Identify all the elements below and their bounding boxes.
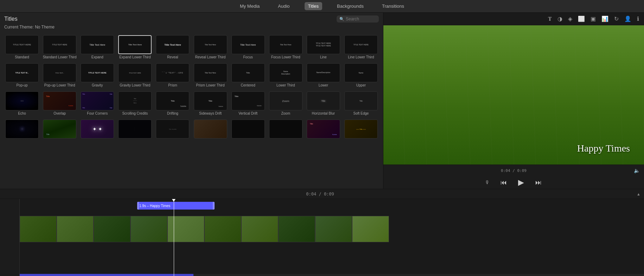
title-item-row4-0[interactable]: ✦ xyxy=(4,119,40,140)
video-progress-bar[interactable] xyxy=(20,274,644,276)
title-thumb-echo: |||||||| xyxy=(5,91,39,110)
panel-title: Titles xyxy=(4,16,18,22)
title-item-echo[interactable]: |||||||| Echo xyxy=(4,91,40,116)
title-thumb-prism-lower: Title Text Here xyxy=(194,63,227,82)
video-frame-9 xyxy=(315,216,352,242)
title-item-row4-1[interactable]: Title xyxy=(42,119,77,140)
video-strip xyxy=(20,216,644,242)
text-icon[interactable]: 𝐓 xyxy=(547,15,553,23)
mic-button[interactable]: 🎙 xyxy=(484,180,491,185)
title-item-prism-lower[interactable]: Title Text Here Prism Lower Third xyxy=(192,63,228,88)
title-item-expand[interactable]: Title Text Here Expand xyxy=(79,34,115,60)
title-item-row4-8[interactable]: Title Subtitle xyxy=(306,119,341,140)
title-item-vertical[interactable]: Title Subtitle Vertical Drift xyxy=(230,91,266,116)
volume-icon[interactable]: 🔈 xyxy=(634,168,640,173)
title-clip[interactable]: 1.9s – Happy Times xyxy=(137,202,215,210)
video-progress-fill xyxy=(20,274,193,276)
timeline-timecode: 0:04 / 0:09 xyxy=(4,192,637,197)
title-item-soft-edge[interactable]: Title Soft Edge xyxy=(343,91,379,116)
timeline-area: 0:04 / 0:09 ▲ 1.9s – Happy Times xyxy=(0,189,644,276)
title-item-standard[interactable]: TITLE TEXT HERE Standard xyxy=(4,34,40,60)
search-input[interactable] xyxy=(346,17,374,21)
title-item-row4-6[interactable] xyxy=(230,119,266,140)
title-item-reveal-lower[interactable]: Title Text Here Reveal Lower Third xyxy=(192,34,228,60)
title-label-echo: Echo xyxy=(18,111,26,115)
title-item-standard-lower[interactable]: TITLE TEXT HERE Standard Lower Third xyxy=(42,34,77,60)
title-label-gravity: Gravity xyxy=(92,83,103,87)
play-button[interactable]: ▶ xyxy=(516,177,526,188)
timeline-header: 0:04 / 0:09 ▲ xyxy=(0,189,644,199)
nav-titles[interactable]: Titles xyxy=(305,2,323,10)
panel-header: Titles 🔍 xyxy=(0,13,383,24)
title-label-zoom: Zoom xyxy=(281,111,290,115)
title-item-overlap[interactable]: Title Subtitle Overlap xyxy=(42,91,77,116)
right-panel: 𝐓 ◑ ◈ ⬜ ▣ 📊 ↻ 👤 ℹ Happy Times 0:04 / 0:0… xyxy=(383,13,644,189)
skip-back-button[interactable]: ⏮ xyxy=(498,178,509,187)
filter-icon[interactable]: ◈ xyxy=(567,15,574,23)
title-item-line[interactable]: TITLE TEXT HERETITLE TEXT HERE Line xyxy=(306,34,341,60)
crop-icon[interactable]: ⬜ xyxy=(576,15,586,23)
title-item-horizontal-blur[interactable]: Title Horizontal Blur xyxy=(306,91,341,116)
search-box[interactable]: 🔍 xyxy=(337,15,379,23)
title-item-row4-3[interactable]: · · · · ·· · · · · xyxy=(117,119,153,140)
title-item-four-corners[interactable]: Title Sub Title Sub Four Corners xyxy=(79,91,115,116)
video-icon[interactable]: ▣ xyxy=(589,15,597,23)
title-item-lower-third[interactable]: NameDescription Lower Third xyxy=(268,63,304,88)
title-label-soft-edge: Soft Edge xyxy=(353,111,369,115)
info-icon[interactable]: ℹ xyxy=(636,15,640,23)
video-preview: Happy Times xyxy=(383,25,644,165)
title-label-prism-lower: Prism Lower Third xyxy=(196,83,225,87)
title-item-upper[interactable]: Name Upper xyxy=(343,63,379,88)
title-label-lower-third: Lower Third xyxy=(276,83,295,87)
audio-icon[interactable]: 📊 xyxy=(600,15,610,23)
title-item-focus[interactable]: Title Text Here Focus xyxy=(230,34,266,60)
title-item-popup[interactable]: TITLE TEXT W... Pop-up xyxy=(4,63,40,88)
title-item-row4-9[interactable]: ═══ Title ═══ xyxy=(343,119,379,140)
title-thumb-lower-third: NameDescription xyxy=(269,63,302,82)
speed-icon[interactable]: ↻ xyxy=(613,15,620,23)
title-clip-handle-left[interactable] xyxy=(137,202,139,210)
title-item-scrolling[interactable]: Title────Item Scrolling Credits xyxy=(117,91,153,116)
title-item-sideways[interactable]: Title Subtitle Sideways Drift xyxy=(192,91,228,116)
title-item-popup-lower[interactable]: TITLE TEXT... Pop-up Lower Third xyxy=(42,63,77,88)
title-thumb-line: TITLE TEXT HERETITLE TEXT HERE xyxy=(307,35,340,54)
title-thumb-focus-lower: Title Text Here xyxy=(269,35,302,54)
nav-backgrounds[interactable]: Backgrounds xyxy=(333,2,367,10)
title-thumb-horizontal-blur: Title xyxy=(307,91,340,110)
title-item-gravity-lower[interactable]: TITLE TEXT HERE Gravity Lower Third xyxy=(117,63,153,88)
playhead[interactable] xyxy=(174,199,174,276)
color-wheel-icon[interactable]: ◑ xyxy=(556,15,564,23)
title-item-prism[interactable]: ‾ ‾ 1 "TEXT" ←ERS Prism xyxy=(155,63,190,88)
title-item-focus-lower[interactable]: Title Text Here Focus Lower Third xyxy=(268,34,304,60)
title-item-row4-4[interactable]: Title Subtitle xyxy=(155,119,190,140)
title-item-expand-lower[interactable]: Title Text Here Expand Lower Third xyxy=(117,34,153,60)
skip-forward-button[interactable]: ⏭ xyxy=(533,178,544,187)
title-item-zoom[interactable]: Zoom Zoom xyxy=(268,91,304,116)
title-item-row4-7[interactable] xyxy=(268,119,304,140)
title-label-focus: Focus xyxy=(243,55,253,59)
title-label-reveal: Reveal xyxy=(167,55,178,59)
title-label-four-corners: Four Corners xyxy=(87,111,108,115)
title-label-standard: Standard xyxy=(15,55,29,59)
title-item-reveal[interactable]: Title Text Here Reveal xyxy=(155,34,190,60)
title-item-lower[interactable]: Name/Description Lower xyxy=(306,63,341,88)
title-label-gravity-lower: Gravity Lower Third xyxy=(120,83,150,87)
video-frame-3 xyxy=(94,216,130,242)
nav-my-media[interactable]: My Media xyxy=(236,2,263,10)
title-thumb-zoom: Zoom xyxy=(269,91,302,110)
title-item-row4-5[interactable] xyxy=(192,119,228,140)
title-label-prism: Prism xyxy=(168,83,177,87)
timecode-display: 0:04 / 0:09 xyxy=(501,168,527,173)
title-clip-handle-right[interactable] xyxy=(213,202,215,210)
video-frame-4 xyxy=(130,216,167,242)
title-item-gravity[interactable]: TITLE TEXT HERE Gravity xyxy=(79,63,115,88)
title-item-drifting[interactable]: Title Subtitle Drifting xyxy=(155,91,190,116)
nav-audio[interactable]: Audio xyxy=(274,2,293,10)
title-item-row4-2[interactable]: ✦ ✦ xyxy=(79,119,115,140)
title-item-centered[interactable]: Title Centered xyxy=(230,63,266,88)
person-icon[interactable]: 👤 xyxy=(623,15,633,23)
nav-transitions[interactable]: Transitions xyxy=(378,2,408,10)
title-item-line-lower[interactable]: TITLE TEXT HERE Line Lower Third xyxy=(343,34,379,60)
video-frame-7 xyxy=(241,216,278,242)
title-label-lower: Lower xyxy=(319,83,328,87)
